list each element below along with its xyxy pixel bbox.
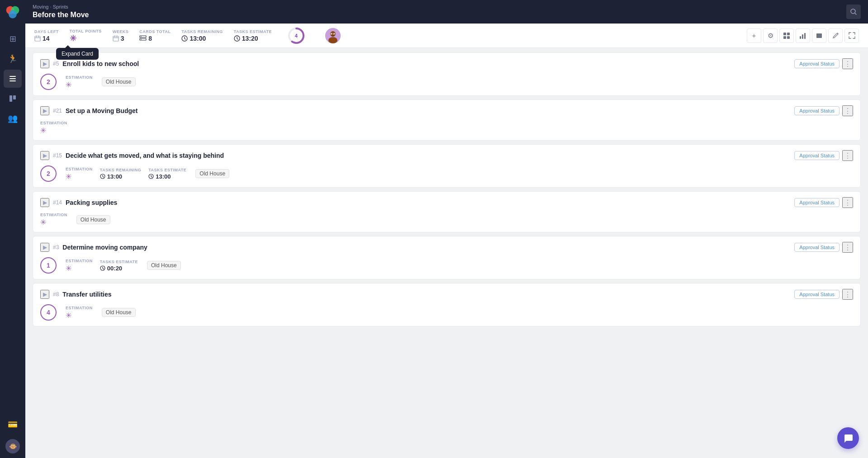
card-expand-button[interactable]: ▶ [40,243,49,252]
svg-point-32 [334,33,335,34]
card-expand-button[interactable]: ▶ [40,198,49,207]
approval-status-button[interactable]: Approval Status [794,198,840,207]
more-options-button[interactable]: ⋮ [842,197,853,208]
fullscreen-button[interactable] [844,28,859,43]
estimation-value: ✳ [66,172,93,181]
more-options-button[interactable]: ⋮ [842,105,853,116]
card-expand-button[interactable]: ▶ [40,290,49,299]
card-tag: Old House [102,308,136,317]
card-meta: ESTIMATION ✳ TASKS ESTIMATE 00:20 [66,259,138,273]
svg-rect-39 [804,33,806,39]
estimation-item: ESTIMATION ✳ [66,259,93,273]
weeks-label: WEEKS [113,29,129,34]
svg-line-9 [855,13,856,14]
card-tag: Old House [147,261,181,270]
estimation-label: ESTIMATION [40,121,67,125]
svg-point-31 [331,33,332,34]
days-left-value: 14 [34,35,59,42]
card-actions: Approval Status ⋮ [794,150,853,161]
estimation-label: ESTIMATION [40,212,67,217]
svg-rect-33 [783,33,786,35]
tasks-remaining-value: 13:00 [100,173,141,180]
sidebar: ⊞ 🏃 👥 💳 🐵 [0,0,25,458]
svg-rect-14 [113,36,119,41]
header-title-block: Moving · Sprints Before the Move [33,4,89,19]
card-circle: 4 [40,304,57,321]
card-number: #15 [53,152,62,159]
sidebar-item-sprints[interactable]: 🏃 [4,50,22,68]
tasks-estimate-label: TASKS ESTIMATE [100,260,138,264]
approval-status-button[interactable]: Approval Status [794,106,840,115]
app-logo[interactable] [5,5,21,21]
card-number: #14 [53,199,62,206]
estimation-value: ✳ [40,218,67,227]
card-title: Packing supplies [66,199,117,206]
calendar-icon [34,35,41,42]
card-body: 2 ESTIMATION ✳ TASKS REMAINING 13:00 TAS… [40,165,853,182]
sidebar-item-board[interactable] [4,90,22,108]
approval-status-button[interactable]: Approval Status [794,59,840,68]
approval-status-button[interactable]: Approval Status [794,151,840,160]
card-expand-button[interactable]: ▶ [40,106,49,115]
card-tag: Old House [102,77,136,86]
content-area: ▶ #5 Enroll kids to new school Approval … [25,48,868,458]
svg-rect-3 [9,76,16,77]
donut-value: 4 [295,33,298,38]
card-body: 2 ESTIMATION ✳ Old House [40,74,853,90]
total-points-label: TOTAL POINTS [70,29,102,33]
estimation-item: ESTIMATION ✳ [66,306,93,320]
sidebar-user-avatar[interactable]: 🐵 [5,439,20,453]
svg-rect-36 [787,36,790,39]
estimate-clock-icon [148,174,154,179]
sidebar-item-card[interactable]: 💳 [4,416,22,434]
estimation-label: ESTIMATION [66,259,93,263]
layout-grid-button[interactable] [779,28,794,43]
card-expand-button[interactable]: ▶ [40,59,49,68]
card-body: ESTIMATION ✳ [40,121,853,135]
card-number: #21 [53,108,62,114]
add-button[interactable]: + [747,28,761,43]
svg-rect-4 [9,78,16,79]
tasks-estimate-label: TASKS ESTIMATE [148,168,186,172]
card-number: #5 [53,61,59,67]
cards-icon [139,35,147,42]
card-body: 4 ESTIMATION ✳ Old House [40,304,853,321]
settings-button[interactable]: ⚙ [763,28,778,43]
approval-status-button[interactable]: Approval Status [794,290,840,299]
svg-rect-10 [35,36,40,41]
more-options-button[interactable]: ⋮ [842,242,853,253]
more-options-button[interactable]: ⋮ [842,58,853,69]
card-expand-button[interactable]: ▶ [40,151,49,160]
approval-status-button[interactable]: Approval Status [794,243,840,252]
svg-rect-40 [816,33,822,38]
chat-button[interactable] [837,427,859,449]
tasks-remaining-label: TASKS REMAINING [181,29,223,34]
top-header: Moving · Sprints Before the Move [25,0,868,24]
list-view-button[interactable] [812,28,826,43]
card-number: #8 [53,291,59,297]
estimation-item: ESTIMATION ✳ [40,121,67,135]
card-row: ▶ #5 Enroll kids to new school Approval … [33,52,861,96]
edit-button[interactable] [828,28,843,43]
tasks-estimate-value: 13:20 [234,35,272,42]
sidebar-item-list[interactable] [4,70,22,88]
user-avatar[interactable] [325,28,341,43]
weeks-value: 3 [113,35,129,42]
card-tag: Old House [195,169,229,178]
card-body: ESTIMATION ✳ Old House [40,212,853,227]
sidebar-item-dashboard[interactable]: ⊞ [4,30,22,48]
card-circle: 1 [40,257,57,274]
stats-bar: DAYS LEFT 14 TOTAL POINTS ✳ WEEKS [25,24,868,48]
more-options-button[interactable]: ⋮ [842,289,853,300]
header-search-button[interactable] [846,5,861,19]
more-options-button[interactable]: ⋮ [842,150,853,161]
card-actions: Approval Status ⋮ [794,105,853,116]
estimation-label: ESTIMATION [66,75,93,80]
sidebar-item-people[interactable]: 👥 [4,109,22,127]
chart-button[interactable] [796,28,810,43]
card-title: Set up a Moving Budget [66,107,138,114]
tasks-estimate-item: TASKS ESTIMATE 00:20 [100,260,138,272]
card-title: Enroll kids to new school [62,60,139,67]
card-number: #3 [53,244,59,250]
svg-rect-5 [9,80,16,81]
